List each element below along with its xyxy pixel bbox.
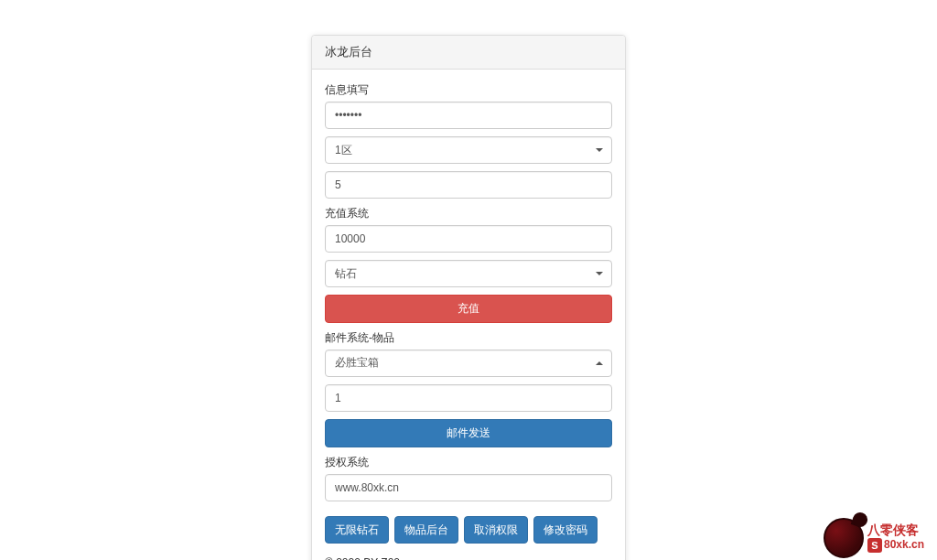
- section-info-label: 信息填写: [325, 82, 612, 98]
- change-password-button[interactable]: 修改密码: [533, 516, 598, 544]
- count-input[interactable]: [325, 171, 612, 199]
- revoke-permission-button[interactable]: 取消权限: [464, 516, 528, 544]
- unlimited-diamond-button[interactable]: 无限钻石: [325, 516, 389, 544]
- currency-select[interactable]: [325, 260, 612, 287]
- watermark-url: 80xk.cn: [884, 539, 924, 551]
- auth-domain-input[interactable]: [325, 474, 612, 501]
- watermark-badge: 八零侠客 S 80xk.cn: [818, 516, 937, 560]
- admin-panel: 冰龙后台 信息填写 充值系统 充值 邮件系统-物品 邮件发送 授: [311, 35, 626, 560]
- mail-qty-input[interactable]: [325, 384, 612, 412]
- section-recharge-label: 充值系统: [325, 206, 612, 221]
- region-select-value[interactable]: [325, 136, 612, 164]
- mail-item-select[interactable]: [325, 350, 612, 377]
- recharge-button[interactable]: 充值: [325, 295, 612, 323]
- section-mail-label: 邮件系统-物品: [325, 330, 612, 346]
- watermark-title: 八零侠客: [867, 523, 924, 537]
- watermark-text: 八零侠客 S 80xk.cn: [867, 523, 924, 552]
- action-button-row: 无限钻石 物品后台 取消权限 修改密码: [325, 516, 612, 544]
- copyright-text: © 2020 BY Z00: [325, 556, 612, 560]
- mail-item-select-value[interactable]: [325, 350, 612, 377]
- password-input[interactable]: [325, 102, 612, 129]
- region-select[interactable]: [325, 136, 612, 164]
- panel-body: 信息填写 充值系统 充值 邮件系统-物品 邮件发送 授权系统: [312, 70, 625, 560]
- currency-select-value[interactable]: [325, 260, 612, 287]
- section-auth-label: 授权系统: [325, 455, 612, 470]
- panel-title: 冰龙后台: [312, 36, 625, 70]
- mail-send-button[interactable]: 邮件发送: [325, 419, 612, 447]
- watermark-s-icon: S: [867, 538, 882, 553]
- amount-input[interactable]: [325, 225, 612, 253]
- watermark-avatar-icon: [824, 518, 864, 558]
- item-admin-button[interactable]: 物品后台: [394, 516, 458, 544]
